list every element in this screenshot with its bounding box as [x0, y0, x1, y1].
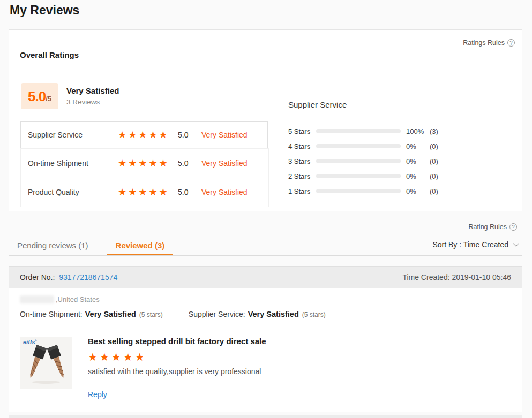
distribution-row-5-stars: 5 Stars 100% (3): [288, 124, 438, 139]
review-card: Order No.: 93177218671574 Time Created: …: [9, 266, 522, 412]
review-five-stars-icon: ★★★★★: [88, 351, 266, 363]
svg-text:eitfs: eitfs: [23, 339, 35, 345]
overall-score-label: Very Satisfied: [66, 86, 119, 95]
rating-row-score: 5.0: [178, 188, 201, 196]
distribution-bar-track: [316, 159, 401, 163]
rating-rules-link[interactable]: Rating Rules ?: [468, 223, 517, 231]
sort-by-dropdown[interactable]: Sort By : Time Created: [432, 240, 517, 249]
rating-value: Very Satisfied: [85, 310, 136, 318]
overall-score-max: /5: [46, 95, 51, 103]
review-card-header: Order No.: 93177218671574 Time Created: …: [9, 267, 522, 288]
rating-row-label: Supplier Service: [28, 131, 118, 139]
product-title[interactable]: Best selling stepped drill bit factory d…: [88, 337, 266, 346]
drill-bits-image: eitfs: [20, 337, 72, 389]
distribution-label: 4 Stars: [288, 142, 316, 150]
distribution-row-1-stars: 1 Stars 0% (0): [288, 184, 438, 199]
review-ratings-line: On-time Shipment: Very Satisfied (5 star…: [20, 310, 511, 318]
my-reviews-page: My Reviews Ratings Rules ? Overall Ratin…: [0, 0, 532, 418]
review-comment: satisfied with the quality,supplier is v…: [88, 367, 266, 376]
distribution-label: 2 Stars: [288, 172, 316, 180]
distribution-bar-track: [316, 144, 401, 148]
rating-row-score: 5.0: [178, 159, 201, 168]
buyer-name-blurred: [20, 295, 54, 303]
distribution-count: (0): [430, 187, 438, 195]
rating-value: Very Satisfied: [248, 310, 299, 318]
distribution-heading: Supplier Service: [288, 100, 438, 109]
page-title: My Reviews: [10, 3, 79, 18]
supplier-service-rating: Supplier Service: Very Satisfied (5 star…: [189, 310, 326, 318]
tab-pending-reviews[interactable]: Pending reviews (1): [17, 236, 88, 255]
help-circle-icon[interactable]: ?: [507, 39, 515, 47]
rating-stars-note: (5 stars): [139, 311, 163, 318]
distribution-bar-track: [316, 129, 401, 133]
distribution-count: (0): [430, 142, 438, 150]
ratings-rules-label: Ratings Rules: [463, 39, 505, 47]
help-circle-icon[interactable]: ?: [509, 223, 517, 231]
reply-button[interactable]: Reply: [88, 390, 266, 399]
time-created-text: Time Created: 2019-01-10 05:46: [402, 273, 511, 282]
distribution-count: (0): [430, 172, 438, 180]
rating-row-label: Product Quality: [28, 188, 118, 196]
distribution-count: (3): [430, 127, 438, 135]
distribution-percent: 0%: [406, 172, 430, 180]
five-stars-icon: ★★★★★: [118, 186, 178, 198]
order-number-link[interactable]: 93177218671574: [59, 273, 117, 282]
five-stars-icon: ★★★★★: [118, 129, 178, 141]
product-image[interactable]: eitfs: [20, 337, 72, 389]
buyer-line: ,United States: [20, 294, 511, 305]
order-number-group: Order No.: 93177218671574: [20, 273, 117, 282]
distribution-count: (0): [430, 157, 438, 165]
review-divider: [9, 328, 522, 328]
buyer-country-text: ,United States: [56, 295, 100, 303]
overall-score-summary: 5.0 /5 Very Satisfied 3 Reviews: [21, 83, 119, 109]
score-divider: [22, 117, 269, 117]
distribution-label: 5 Stars: [288, 127, 316, 135]
rating-row-ontime-shipment[interactable]: On-time Shipment ★★★★★ 5.0 Very Satisfie…: [21, 149, 268, 178]
rating-row-status: Very Satisfied: [201, 131, 248, 139]
distribution-row-3-stars: 3 Stars 0% (0): [288, 154, 438, 169]
distribution-percent: 0%: [406, 157, 430, 165]
product-review-row: eitfs: [20, 337, 511, 399]
overall-reviews-count: 3 Reviews: [66, 98, 119, 106]
next-review-card-partial: [9, 415, 522, 418]
ratings-rules-link[interactable]: Ratings Rules ?: [463, 39, 515, 47]
rating-row-status: Very Satisfied: [201, 159, 248, 168]
rating-row-score: 5.0: [178, 131, 201, 139]
distribution-bar-track: [316, 174, 401, 178]
overall-score-badge: 5.0 /5: [21, 83, 58, 109]
rating-label: On-time Shipment:: [20, 310, 83, 318]
five-stars-icon: ★★★★★: [118, 157, 178, 169]
rating-rules-label: Rating Rules: [468, 223, 507, 231]
rating-rows-group: On-time Shipment ★★★★★ 5.0 Very Satisfie…: [20, 148, 269, 207]
distribution-bar-track: [316, 189, 401, 193]
distribution-percent: 0%: [406, 187, 430, 195]
distribution-label: 1 Stars: [288, 187, 316, 195]
rating-row-product-quality[interactable]: Product Quality ★★★★★ 5.0 Very Satisfied: [21, 178, 268, 207]
distribution-percent: 100%: [406, 127, 430, 135]
order-number-label: Order No.:: [20, 273, 55, 282]
star-distribution-panel: Supplier Service 5 Stars 100% (3) 4 Star…: [288, 100, 438, 199]
distribution-row-2-stars: 2 Stars 0% (0): [288, 169, 438, 184]
overall-score-value: 5.0: [28, 88, 46, 105]
sort-by-label: Sort By : Time Created: [432, 240, 508, 249]
tab-reviewed[interactable]: Reviewed (3): [107, 236, 174, 255]
overall-ratings-panel: Ratings Rules ? Overall Ratings 5.0 /5 V…: [9, 29, 522, 211]
rating-row-status: Very Satisfied: [201, 188, 248, 196]
overall-ratings-heading: Overall Ratings: [20, 50, 79, 59]
rating-label: Supplier Service:: [189, 310, 245, 318]
rating-row-supplier-service[interactable]: Supplier Service ★★★★★ 5.0 Very Satisfie…: [20, 121, 268, 148]
distribution-percent: 0%: [406, 142, 430, 150]
distribution-label: 3 Stars: [288, 157, 316, 165]
rating-stars-note: (5 stars): [302, 311, 326, 318]
ontime-shipment-rating: On-time Shipment: Very Satisfied (5 star…: [20, 310, 163, 318]
rating-row-label: On-time Shipment: [28, 159, 118, 168]
distribution-row-4-stars: 4 Stars 0% (0): [288, 139, 438, 154]
